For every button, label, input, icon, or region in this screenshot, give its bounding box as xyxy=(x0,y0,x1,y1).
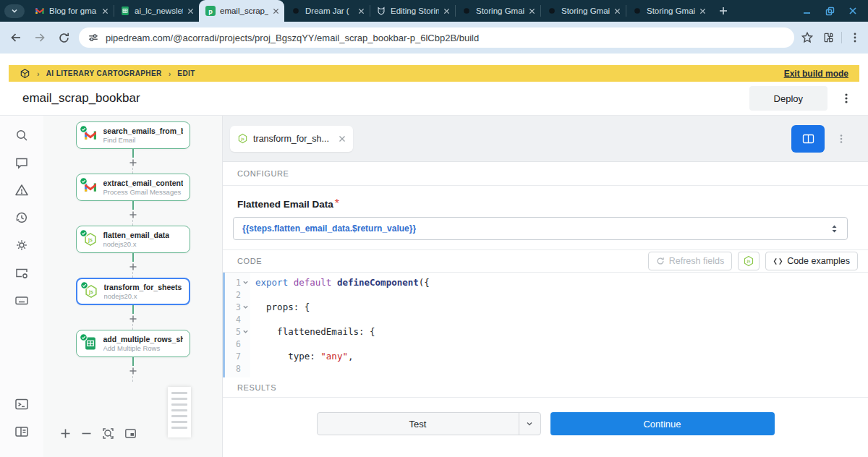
terminal-icon[interactable] xyxy=(14,397,29,411)
close-tab-button[interactable] xyxy=(187,8,194,14)
window-controls xyxy=(802,7,868,16)
step-options-button[interactable] xyxy=(836,133,846,145)
plus-icon xyxy=(129,262,137,271)
left-rail xyxy=(0,116,43,457)
deploy-button[interactable]: Deploy xyxy=(749,86,827,111)
forward-button[interactable] xyxy=(31,29,48,46)
close-tab-button[interactable] xyxy=(614,8,621,14)
extensions-button[interactable] xyxy=(821,31,834,44)
workflow-step-card[interactable]: search_emails_from_b... Find Email xyxy=(76,121,190,149)
code-line[interactable] xyxy=(250,338,868,350)
test-options-dropdown[interactable] xyxy=(519,413,540,435)
fit-view-button[interactable] xyxy=(102,427,114,440)
workflow-step-card[interactable]: extract_email_content Process Gmail Mess… xyxy=(76,174,190,201)
browser-menu-button[interactable] xyxy=(849,32,861,43)
browser-tab[interactable]: Storing Gmai xyxy=(626,0,711,22)
workflow-step-card[interactable]: js transform_for_sheets nodejs20.x xyxy=(76,278,190,305)
settings-gear-icon[interactable] xyxy=(14,238,29,252)
workflow-canvas[interactable]: search_emails_from_b... Find Email extra… xyxy=(43,116,223,457)
workflow-step-card[interactable]: js flatten_email_data nodejs20.x xyxy=(76,226,190,253)
exit-build-mode-link[interactable]: Exit build mode xyxy=(784,69,848,79)
browser-tab[interactable]: Storing Gmai xyxy=(540,0,626,22)
close-tab-button[interactable] xyxy=(443,8,450,14)
fold-chevron-icon[interactable] xyxy=(242,304,249,310)
pipedream-page: › AI LITERARY CARTOGRAPHER › EDIT Exit b… xyxy=(0,54,868,457)
test-button[interactable]: Test xyxy=(317,412,541,435)
close-tab-button[interactable] xyxy=(358,8,365,14)
step-connector xyxy=(128,201,138,226)
browser-tab[interactable]: p email_scrap_ xyxy=(199,0,284,22)
close-tab-button[interactable] xyxy=(102,8,109,14)
add-step-button[interactable] xyxy=(128,158,138,168)
code-line[interactable] xyxy=(250,313,868,325)
breadcrumb-separator: › xyxy=(169,69,171,78)
flattened-email-data-input[interactable]: {{steps.flatten_email_data.$return_value… xyxy=(233,217,848,240)
bookmark-star-button[interactable] xyxy=(801,31,814,44)
step-name: transform_for_sheets xyxy=(104,283,182,292)
close-icon xyxy=(273,8,279,14)
close-window-button[interactable] xyxy=(848,7,857,15)
back-button[interactable] xyxy=(7,29,25,46)
split-view-layout-icon[interactable] xyxy=(14,424,29,439)
breadcrumb-project[interactable]: AI LITERARY CARTOGRAPHER xyxy=(46,69,162,77)
browser-tab[interactable]: Blog for gma xyxy=(28,0,114,22)
zoom-out-button[interactable] xyxy=(81,428,92,439)
url-bar[interactable]: pipedream.com/@acorradi/projects/proj_Bg… xyxy=(79,27,794,48)
code-editor[interactable]: 12345678 export default defineComponent(… xyxy=(223,273,868,377)
add-step-button[interactable] xyxy=(128,366,138,376)
minimize-button[interactable] xyxy=(802,7,812,16)
step-tab[interactable]: js transform_for_sh... xyxy=(230,126,353,152)
minimap[interactable] xyxy=(168,387,191,437)
code-line[interactable]: props: { xyxy=(250,301,868,313)
workflow-menu-button[interactable] xyxy=(841,92,852,105)
language-nodejs-button[interactable]: js xyxy=(738,252,760,270)
keyboard-icon[interactable] xyxy=(14,293,29,307)
code-examples-button[interactable]: Code examples xyxy=(765,252,858,270)
close-icon xyxy=(614,8,621,14)
code-line[interactable]: flattenedEmails: { xyxy=(250,325,868,338)
code-line[interactable]: export default defineComponent({ xyxy=(250,276,868,289)
line-number: 3 xyxy=(223,301,250,313)
step-name: add_multiple_rows_sh... xyxy=(103,335,183,344)
browser-tab[interactable]: Editing Storin xyxy=(370,0,455,22)
tab-search-button[interactable] xyxy=(4,4,25,18)
close-tab-button[interactable] xyxy=(273,8,279,14)
add-step-button[interactable] xyxy=(128,314,138,324)
step-connector xyxy=(128,149,138,174)
code-line[interactable] xyxy=(250,362,868,375)
step-detail-panel: js transform_for_sh... CONFIGURE Flatten… xyxy=(223,116,868,457)
close-icon xyxy=(699,8,706,14)
test-button-label[interactable]: Test xyxy=(318,413,519,435)
fold-chevron-icon[interactable] xyxy=(242,279,249,286)
workspace-settings-icon[interactable] xyxy=(14,265,29,280)
history-icon[interactable] xyxy=(14,210,29,225)
workflow-step-card[interactable]: add_multiple_rows_sh... Add Multiple Row… xyxy=(76,330,190,357)
zoom-in-button[interactable] xyxy=(60,428,71,439)
continue-button[interactable]: Continue xyxy=(550,412,775,435)
warnings-icon[interactable] xyxy=(14,183,29,197)
restore-button[interactable] xyxy=(825,7,835,16)
new-tab-button[interactable] xyxy=(718,6,728,16)
svg-text:js: js xyxy=(88,289,93,295)
detail-header: js transform_for_sh... xyxy=(223,116,868,162)
code-line[interactable]: type: "any", xyxy=(250,350,868,362)
fold-chevron-icon[interactable] xyxy=(242,328,249,335)
pipedream-favicon: p xyxy=(205,6,216,16)
refresh-fields-button[interactable]: Refresh fields xyxy=(648,252,732,270)
add-step-button[interactable] xyxy=(128,262,138,272)
browser-tab[interactable]: ai_lc_newslet xyxy=(114,0,199,22)
results-section-bar: RESULTS xyxy=(223,377,868,398)
comments-icon[interactable] xyxy=(14,155,29,170)
browser-tab[interactable]: Storing Gmai xyxy=(455,0,540,22)
toggle-results-panel-button[interactable] xyxy=(791,125,825,153)
minimap-toggle-button[interactable] xyxy=(124,427,137,440)
close-tab-button[interactable] xyxy=(699,8,706,14)
search-icon[interactable] xyxy=(14,128,29,142)
reload-button[interactable] xyxy=(55,29,72,46)
code-line[interactable] xyxy=(250,289,868,301)
close-tab-button[interactable] xyxy=(529,8,535,14)
add-step-button[interactable] xyxy=(128,210,138,220)
close-step-tab-button[interactable] xyxy=(339,135,346,142)
browser-tab[interactable]: Dream Jar ( xyxy=(284,0,370,22)
line-number: 1 xyxy=(223,276,250,289)
